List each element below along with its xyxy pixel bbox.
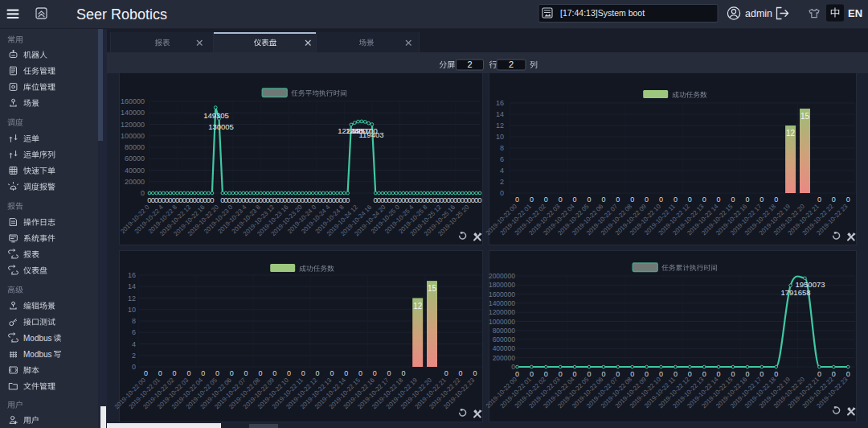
svg-text:4: 4	[132, 340, 136, 348]
svg-text:0: 0	[301, 369, 305, 377]
svg-text:60000: 60000	[125, 154, 145, 163]
svg-text:1400000: 1400000	[489, 299, 515, 307]
svg-text:15: 15	[428, 284, 437, 293]
svg-text:2: 2	[509, 60, 514, 69]
svg-text:14: 14	[128, 282, 136, 290]
svg-text:Seer Robotics: Seer Robotics	[76, 6, 167, 23]
svg-text:0: 0	[201, 369, 205, 377]
svg-text:0: 0	[745, 370, 749, 378]
svg-text:1600000: 1600000	[489, 290, 515, 298]
svg-text:80000: 80000	[125, 143, 145, 151]
svg-text:12: 12	[128, 294, 136, 302]
svg-text:0: 0	[316, 369, 320, 377]
svg-text:0: 0	[559, 370, 563, 378]
svg-text:10: 10	[496, 133, 504, 141]
svg-text:6: 6	[132, 328, 136, 336]
svg-text:149305: 149305	[203, 111, 229, 120]
svg-text:0: 0	[817, 370, 821, 378]
svg-text:12: 12	[413, 302, 423, 311]
svg-text:0: 0	[846, 195, 850, 204]
svg-text:0: 0	[717, 195, 721, 204]
svg-text:0: 0	[344, 369, 348, 377]
svg-text:0: 0	[846, 370, 850, 378]
svg-text:0: 0	[358, 369, 362, 377]
svg-text:2000000: 2000000	[489, 272, 515, 280]
svg-text:[17:44:13]System boot: [17:44:13]System boot	[560, 8, 645, 18]
svg-text:0: 0	[258, 369, 262, 377]
svg-text:0: 0	[244, 369, 248, 377]
svg-text:0: 0	[731, 370, 735, 378]
svg-text:0: 0	[346, 195, 350, 204]
svg-text:1200000: 1200000	[489, 308, 515, 316]
svg-text:0: 0	[530, 195, 534, 204]
svg-text:admin: admin	[745, 8, 772, 19]
svg-text:8: 8	[500, 144, 504, 152]
svg-text:16: 16	[128, 271, 136, 279]
svg-text:15: 15	[800, 112, 810, 121]
svg-text:140000: 140000	[121, 109, 145, 117]
svg-text:Modbus: Modbus	[23, 334, 52, 343]
svg-text:0: 0	[477, 195, 481, 204]
svg-text:0: 0	[272, 369, 276, 377]
svg-text:0: 0	[674, 195, 678, 204]
svg-text:0: 0	[215, 369, 219, 377]
svg-text:0: 0	[573, 195, 577, 204]
svg-text:0: 0	[774, 195, 778, 204]
svg-text:0: 0	[616, 370, 620, 378]
svg-text:0: 0	[287, 369, 291, 377]
svg-text:4: 4	[500, 167, 504, 175]
svg-text:EN: EN	[848, 7, 862, 19]
svg-text:0: 0	[616, 195, 620, 204]
svg-text:0: 0	[630, 370, 634, 378]
svg-text:0: 0	[373, 369, 377, 377]
svg-text:0: 0	[330, 369, 334, 377]
svg-text:0: 0	[659, 195, 663, 204]
svg-text:0: 0	[817, 195, 821, 204]
svg-text:0: 0	[688, 370, 692, 378]
svg-text:200000: 200000	[493, 354, 516, 362]
svg-text:0: 0	[731, 195, 735, 204]
svg-text:0: 0	[473, 369, 477, 377]
svg-text:0: 0	[688, 195, 692, 204]
svg-text:0: 0	[544, 370, 548, 378]
svg-text:0: 0	[832, 195, 836, 204]
svg-text:0: 0	[144, 369, 148, 377]
svg-text:Modbus: Modbus	[23, 350, 52, 359]
svg-text:2: 2	[467, 60, 472, 69]
svg-text:1800000: 1800000	[489, 281, 515, 289]
svg-text:2: 2	[500, 178, 504, 186]
svg-text:119403: 119403	[359, 130, 384, 139]
svg-text:10: 10	[128, 306, 136, 314]
svg-text:0: 0	[530, 370, 534, 378]
svg-text:0: 0	[645, 370, 649, 378]
svg-text:120000: 120000	[121, 121, 145, 129]
svg-text:0: 0	[210, 195, 214, 204]
svg-text:12: 12	[496, 121, 504, 130]
svg-text:0: 0	[717, 370, 721, 378]
svg-text:160000: 160000	[121, 97, 145, 105]
svg-text:0: 0	[173, 369, 177, 377]
svg-text:130005: 130005	[208, 122, 234, 131]
svg-text:0: 0	[515, 195, 519, 204]
svg-text:14: 14	[496, 110, 504, 118]
svg-text:1000000: 1000000	[489, 318, 515, 326]
svg-text:0: 0	[387, 369, 391, 377]
svg-text:0: 0	[702, 370, 706, 378]
svg-text:0: 0	[674, 370, 678, 378]
svg-text:20000: 20000	[125, 178, 145, 186]
svg-text:0: 0	[230, 369, 234, 377]
svg-text:0: 0	[587, 195, 591, 204]
svg-text:600000: 600000	[493, 335, 516, 344]
svg-text:1791658: 1791658	[781, 288, 811, 297]
svg-text:0: 0	[132, 363, 136, 371]
svg-text:0: 0	[573, 370, 577, 378]
svg-text:0: 0	[544, 195, 548, 204]
svg-text:40000: 40000	[125, 167, 145, 175]
svg-text:6: 6	[500, 155, 504, 163]
svg-text:0: 0	[832, 370, 836, 378]
svg-text:0: 0	[601, 370, 605, 378]
svg-text:0: 0	[630, 195, 634, 204]
svg-text:0: 0	[444, 369, 448, 377]
svg-text:2: 2	[132, 352, 136, 360]
svg-text:12: 12	[786, 129, 796, 138]
